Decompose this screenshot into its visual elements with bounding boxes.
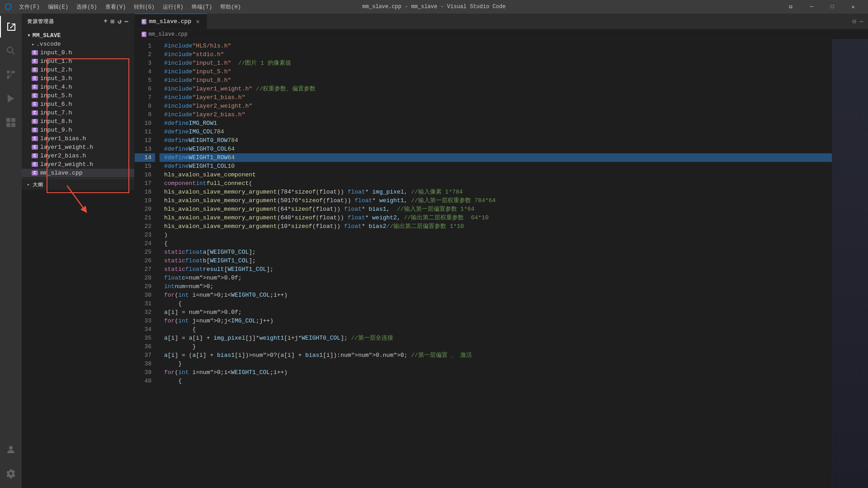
activity-source-control[interactable]: [0, 64, 22, 85]
menu-help[interactable]: 帮助(H): [217, 2, 245, 12]
layout-toggle-button[interactable]: ⊟: [780, 0, 801, 14]
file-item[interactable]: Clayer2_bias.h: [22, 152, 134, 160]
code-line[interactable]: #include "layer2_bias.h": [160, 110, 832, 119]
code-line[interactable]: for(int i=num">0;i<WEIGHT0_COL;i++): [160, 291, 832, 299]
code-line[interactable]: #define IMG_ROW 1: [160, 119, 832, 128]
code-line[interactable]: a[i] = num">num">0.0f;: [160, 308, 832, 317]
code-line[interactable]: }: [160, 342, 832, 351]
refresh-icon[interactable]: ↺: [118, 18, 122, 25]
tab-file-icon: C: [142, 19, 146, 24]
code-line[interactable]: {: [160, 377, 832, 385]
code-line[interactable]: hls_avalon_slave_memory_argument(50176*s…: [160, 196, 832, 205]
close-button[interactable]: ✕: [843, 0, 863, 14]
activity-settings[interactable]: [0, 463, 22, 484]
activity-debug[interactable]: [0, 88, 22, 109]
activity-extensions[interactable]: [0, 112, 22, 133]
breadcrumb-filename[interactable]: mm_slave.cpp: [149, 31, 188, 38]
code-line[interactable]: #define WEIGHT1_ROW 64: [160, 153, 832, 162]
file-item[interactable]: Cinput_6.h: [22, 100, 134, 109]
svg-marker-8: [8, 95, 14, 103]
file-item[interactable]: Cinput_2.h: [22, 66, 134, 74]
code-line[interactable]: #define IMG_COL 784: [160, 128, 832, 136]
activity-account[interactable]: [0, 439, 22, 460]
code-line[interactable]: #include "input_8.h": [160, 76, 832, 85]
code-line[interactable]: #include "layer1_bias.h": [160, 93, 832, 102]
code-line[interactable]: component int full_connect(: [160, 179, 832, 188]
code-line[interactable]: int num=num">0;: [160, 282, 832, 291]
menu-goto[interactable]: 转到(G): [130, 2, 158, 12]
line-number: 2: [135, 50, 155, 59]
code-line[interactable]: for(int j=num">0;j<IMG_COL;j++): [160, 317, 832, 325]
file-name: input_2.h: [40, 66, 72, 73]
menu-edit[interactable]: 编辑(E): [44, 2, 72, 12]
code-line[interactable]: #include "layer1_weight.h" //权重参数、偏置参数: [160, 85, 832, 93]
code-line[interactable]: #include "input_5.h": [160, 67, 832, 76]
activity-search[interactable]: [0, 40, 22, 62]
code-line[interactable]: hls_avalon_slave_memory_argument(640*siz…: [160, 213, 832, 222]
code-line[interactable]: {: [160, 239, 832, 248]
file-item[interactable]: Cinput_5.h: [22, 91, 134, 100]
code-line[interactable]: #define WEIGHT1_COL 10: [160, 162, 832, 171]
new-file-icon[interactable]: +: [104, 18, 108, 25]
code-line[interactable]: {: [160, 325, 832, 334]
file-item[interactable]: Cmm_slave.cpp: [22, 169, 134, 177]
active-tab[interactable]: C mm_slave.cpp ✕: [135, 14, 207, 29]
code-line[interactable]: ): [160, 231, 832, 239]
file-icon: C: [32, 76, 38, 81]
menu-select[interactable]: 选择(S): [73, 2, 101, 12]
file-item[interactable]: Cinput_8.h: [22, 117, 134, 126]
menu-file[interactable]: 文件(F): [15, 2, 43, 12]
code-line[interactable]: static float a[WEIGHT0_COL];: [160, 248, 832, 256]
menu-view[interactable]: 查看(V): [102, 2, 130, 12]
sidebar: 资源管理器 + ⊞ ↺ ⋯ ▾ MM_SLAVE ▸ .vscode: [22, 14, 135, 190]
outline-section[interactable]: ▸ 大纲: [22, 179, 134, 190]
code-line[interactable]: for(int i=num">0;i<WEIGHT1_COL;i++): [160, 368, 832, 377]
file-item[interactable]: Clayer1_bias.h: [22, 134, 134, 143]
code-line[interactable]: a[i] = (a[i] + bias1[i])>num">0?(a[i] + …: [160, 351, 832, 360]
code-line[interactable]: {: [160, 299, 832, 308]
file-icon: C: [32, 93, 38, 98]
file-item[interactable]: Cinput_3.h: [22, 74, 134, 83]
code-line[interactable]: hls_avalon_slave_memory_argument(784*siz…: [160, 188, 832, 196]
code-line[interactable]: #include "stdio.h": [160, 50, 832, 59]
file-item[interactable]: Cinput_1.h: [22, 57, 134, 66]
file-name: input_5.h: [40, 92, 72, 99]
code-line[interactable]: #include "HLS/hls.h": [160, 42, 832, 50]
code-line[interactable]: #define WEIGHT0_ROW 784: [160, 136, 832, 145]
menu-terminal[interactable]: 终端(T): [188, 2, 216, 12]
tab-close-button[interactable]: ✕: [196, 18, 199, 25]
file-icon: C: [32, 128, 38, 133]
code-area[interactable]: 1234567891011121314151617181920212223242…: [135, 39, 868, 488]
file-item[interactable]: Cinput_9.h: [22, 126, 134, 134]
code-line[interactable]: float c=num">num">0.0f;: [160, 274, 832, 282]
code-line[interactable]: hls_avalon_slave_component: [160, 171, 832, 179]
code-line[interactable]: }: [160, 360, 832, 368]
code-line[interactable]: #define WEIGHT0_COL 64: [160, 145, 832, 153]
code-line[interactable]: hls_avalon_slave_memory_argument(64*size…: [160, 205, 832, 213]
code-line[interactable]: #include "input_1.h" //图片 1 的像素值: [160, 59, 832, 67]
root-folder[interactable]: ▾ MM_SLAVE: [22, 31, 134, 40]
activity-explorer[interactable]: [0, 16, 22, 38]
file-item[interactable]: Clayer2_weight.h: [22, 160, 134, 169]
code-line[interactable]: a[i] = a[i] + img_pixel[j]*weight1[i+j*W…: [160, 334, 832, 342]
code-line[interactable]: static float b[WEIGHT1_COL];: [160, 256, 832, 265]
file-item[interactable]: Clayer1_weight.h: [22, 143, 134, 152]
file-item[interactable]: Cinput_4.h: [22, 83, 134, 91]
breadcrumb-bar: C mm_slave.cpp: [135, 29, 868, 39]
collapse-all-icon[interactable]: ⋯: [125, 18, 129, 25]
file-item[interactable]: Cinput_0.h: [22, 48, 134, 57]
line-number: 4: [135, 67, 155, 76]
vscode-folder[interactable]: ▸ .vscode: [22, 40, 134, 48]
file-name: layer2_bias.h: [40, 152, 86, 159]
split-editor-icon[interactable]: ⊟: [852, 18, 856, 25]
maximize-button[interactable]: □: [822, 0, 843, 14]
more-actions-icon[interactable]: ⋯: [860, 18, 863, 25]
minimize-button[interactable]: ─: [801, 0, 822, 14]
menu-run[interactable]: 运行(R): [159, 2, 187, 12]
line-number: 24: [135, 239, 155, 248]
new-folder-icon[interactable]: ⊞: [111, 18, 115, 25]
code-line[interactable]: #include "layer2_weight.h": [160, 102, 832, 110]
code-line[interactable]: static float result[WEIGHT1_COL];: [160, 265, 832, 274]
file-item[interactable]: Cinput_7.h: [22, 109, 134, 117]
code-line[interactable]: hls_avalon_slave_memory_argument(10*size…: [160, 222, 832, 231]
